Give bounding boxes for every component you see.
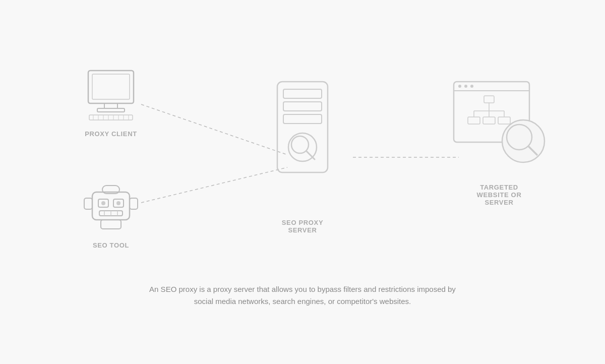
svg-rect-41 xyxy=(484,96,494,103)
proxy-client-icon xyxy=(78,67,144,122)
svg-point-34 xyxy=(291,136,309,153)
svg-point-40 xyxy=(470,85,473,88)
svg-rect-32 xyxy=(283,114,322,124)
seo-proxy-server-node: SEO PROXY SERVER xyxy=(262,77,343,234)
server-icon xyxy=(262,77,343,213)
targeted-website-icon xyxy=(449,77,550,177)
proxy-client-label: PROXY CLIENT xyxy=(78,130,144,138)
svg-point-38 xyxy=(458,85,461,88)
left-column: PROXY CLIENT xyxy=(55,67,166,249)
nodes-row: PROXY CLIENT xyxy=(25,56,580,268)
targeted-website-label: TARGETED WEBSITE OR SERVER xyxy=(477,184,522,206)
seo-tool-node: SEO TOOL xyxy=(78,178,144,249)
seo-proxy-server-label: SEO PROXY SERVER xyxy=(282,219,323,234)
svg-point-21 xyxy=(101,201,105,205)
targeted-website-node: TARGETED WEBSITE OR SERVER xyxy=(449,77,550,206)
description-text: An SEO proxy is a proxy server that allo… xyxy=(146,283,459,308)
proxy-client-node: PROXY CLIENT xyxy=(78,67,144,138)
svg-rect-5 xyxy=(104,103,117,108)
svg-rect-19 xyxy=(130,198,138,209)
svg-rect-31 xyxy=(283,102,322,111)
svg-rect-7 xyxy=(89,115,133,120)
svg-point-39 xyxy=(464,85,467,88)
svg-rect-3 xyxy=(88,71,134,103)
svg-rect-6 xyxy=(97,108,125,112)
svg-rect-4 xyxy=(92,74,130,99)
svg-rect-29 xyxy=(277,82,328,172)
svg-rect-28 xyxy=(101,220,121,229)
seo-tool-icon xyxy=(78,178,144,233)
svg-rect-47 xyxy=(483,117,495,124)
svg-point-23 xyxy=(116,201,120,205)
svg-point-50 xyxy=(502,120,544,162)
diagram-container: PROXY CLIENT xyxy=(25,56,580,308)
svg-rect-18 xyxy=(84,198,92,209)
svg-rect-49 xyxy=(498,117,510,124)
seo-tool-label: SEO TOOL xyxy=(78,241,144,249)
svg-rect-30 xyxy=(283,89,322,98)
svg-rect-45 xyxy=(468,117,480,124)
